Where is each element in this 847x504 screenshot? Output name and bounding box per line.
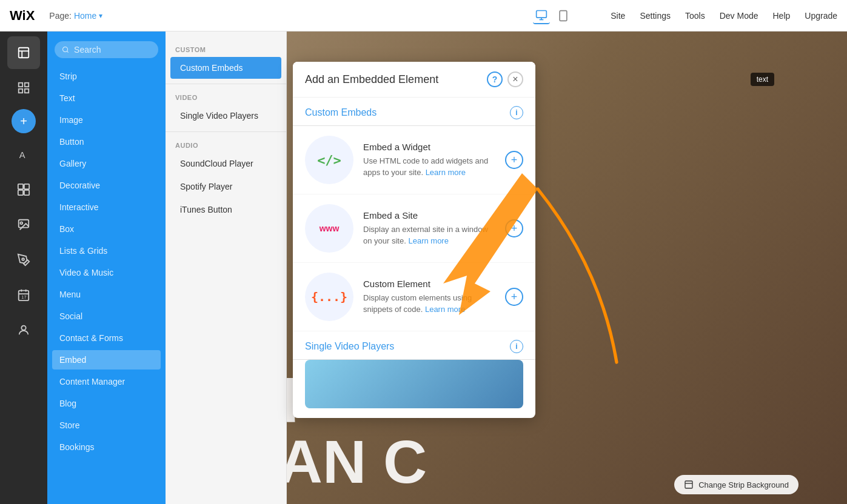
edit-text-tooltip: text: [751, 73, 774, 86]
nav-tools[interactable]: Tools: [685, 11, 705, 21]
embed-site-info: Embed a Site Display an external site in…: [363, 210, 495, 246]
nav-social[interactable]: Social: [47, 305, 166, 327]
custom-embeds-title: Custom Embeds: [305, 107, 377, 118]
svg-rect-3: [560, 10, 567, 21]
nav-embed[interactable]: Embed: [52, 350, 161, 370]
svg-rect-8: [19, 83, 22, 87]
nav-devmode[interactable]: Dev Mode: [720, 11, 758, 21]
nav-text[interactable]: Text: [47, 87, 166, 109]
custom-embeds-info-button[interactable]: i: [510, 106, 523, 119]
svg-rect-13: [18, 184, 23, 189]
sidebar-btn-layout[interactable]: [7, 71, 40, 104]
dialog-title: Add an Embedded Element: [305, 73, 438, 86]
nav-box[interactable]: Box: [47, 218, 166, 240]
nav-contact-forms[interactable]: Contact & Forms: [47, 327, 166, 349]
embed-widget-item: </> Embed a Widget Use HTML code to add …: [293, 126, 535, 194]
view-icons: [533, 7, 572, 24]
nav-blog[interactable]: Blog: [47, 393, 166, 414]
svg-rect-0: [537, 10, 547, 18]
svg-point-18: [21, 222, 23, 224]
custom-element-learn-more[interactable]: Learn more: [425, 305, 465, 314]
nav-site[interactable]: Site: [611, 11, 625, 21]
nav-gallery[interactable]: Gallery: [47, 153, 166, 174]
dialog-header: Add an Embedded Element ? ×: [293, 62, 535, 98]
wix-logo: WiX: [10, 8, 35, 24]
svg-rect-15: [18, 190, 23, 195]
custom-element-add-button[interactable]: +: [505, 288, 523, 306]
svg-rect-16: [24, 190, 29, 195]
mobile-view-icon[interactable]: [555, 7, 572, 24]
svg-rect-14: [24, 184, 29, 189]
search-input[interactable]: [74, 45, 151, 55]
desktop-view-icon[interactable]: [533, 7, 550, 24]
dialog-body: Custom Embeds i </> Embed a Widget Use H…: [293, 98, 535, 418]
dialog-help-button[interactable]: ?: [487, 71, 503, 87]
nav-bookings[interactable]: Bookings: [47, 436, 166, 458]
nav-store[interactable]: Store: [47, 414, 166, 436]
sidebar-btn-pages[interactable]: [7, 36, 40, 69]
www-icon: www: [320, 224, 340, 233]
page-label: Page:: [49, 11, 72, 21]
dialog-close-button[interactable]: ×: [507, 71, 523, 87]
svg-point-25: [21, 326, 25, 330]
nav-help[interactable]: Help: [773, 11, 791, 21]
page-name[interactable]: Home: [74, 11, 96, 21]
sidebar-btn-account[interactable]: [7, 314, 40, 346]
search-box[interactable]: [55, 41, 158, 58]
embed-widget-add-button[interactable]: +: [505, 151, 523, 169]
single-video-title: Single Video Players: [305, 341, 394, 352]
nav-settings[interactable]: Settings: [640, 11, 671, 21]
top-navigation: Site Settings Tools Dev Mode Help Upgrad…: [611, 11, 837, 21]
custom-element-name: Custom Element: [363, 279, 495, 289]
nav-menu[interactable]: Menu: [47, 284, 166, 305]
sidebar-btn-text-style[interactable]: A: [7, 138, 40, 171]
embed-site-learn-more[interactable]: Learn more: [408, 236, 448, 245]
chevron-down-icon[interactable]: ▾: [99, 12, 102, 20]
custom-embeds-section-header: Custom Embeds i: [293, 98, 535, 126]
nav-content-manager[interactable]: Content Manager: [47, 371, 166, 393]
sidebar-btn-media[interactable]: [7, 208, 40, 241]
svg-rect-5: [19, 48, 29, 58]
embed-widget-name: Embed a Widget: [363, 142, 495, 152]
custom-element-icon-wrap: {...}: [305, 273, 353, 321]
sidebar-btn-pen[interactable]: [7, 244, 40, 276]
nav-decorative[interactable]: Decorative: [47, 174, 166, 196]
nav-upgrade[interactable]: Upgrade: [805, 11, 837, 21]
svg-rect-9: [25, 83, 28, 87]
svg-point-19: [22, 258, 24, 260]
add-embedded-element-dialog: Add an Embedded Element ? × Custom Embed…: [293, 62, 535, 418]
embed-site-desc: Display an external site in a window on …: [363, 224, 495, 246]
svg-text:A: A: [19, 150, 25, 160]
icon-sidebar: + A 17: [0, 31, 47, 504]
embed-site-icon-wrap: www: [305, 204, 353, 253]
braces-icon: {...}: [311, 290, 347, 304]
code-icon: </>: [317, 153, 341, 168]
nav-video-music[interactable]: Video & Music: [47, 262, 166, 284]
sidebar-btn-apps[interactable]: [7, 173, 40, 206]
embed-site-add-button[interactable]: +: [505, 219, 523, 237]
left-navigation: Strip Text Image Button Gallery Decorati…: [47, 31, 166, 504]
video-section: [293, 360, 535, 408]
sidebar-btn-calendar[interactable]: 17: [7, 279, 40, 311]
nav-lists-grids[interactable]: Lists & Grids: [47, 240, 166, 262]
embed-widget-icon-wrap: </>: [305, 136, 353, 184]
nav-button[interactable]: Button: [47, 131, 166, 153]
nav-interactive[interactable]: Interactive: [47, 196, 166, 218]
nav-image[interactable]: Image: [47, 109, 166, 131]
embed-widget-desc: Use HTML code to add widgets and apps to…: [363, 156, 495, 177]
sidebar-btn-add[interactable]: +: [12, 109, 36, 133]
svg-line-27: [67, 51, 68, 52]
single-video-info-button[interactable]: i: [510, 340, 523, 353]
embed-widget-info: Embed a Widget Use HTML code to add widg…: [363, 142, 495, 177]
dialog-header-buttons: ? ×: [487, 71, 523, 87]
embed-site-item: www Embed a Site Display an external sit…: [293, 194, 535, 263]
svg-rect-11: [25, 89, 28, 93]
dialog-overlay: Add an Embedded Element ? × Custom Embed…: [166, 31, 847, 504]
custom-element-item: {...} Custom Element Display custom elem…: [293, 263, 535, 331]
svg-rect-10: [19, 89, 22, 93]
topbar: WiX Page: Home ▾ Site Settings Tools Dev…: [0, 0, 847, 31]
svg-point-26: [63, 47, 68, 51]
nav-strip[interactable]: Strip: [47, 65, 166, 87]
custom-element-info: Custom Element Display custom elements u…: [363, 279, 495, 314]
embed-widget-learn-more[interactable]: Learn more: [426, 168, 466, 177]
